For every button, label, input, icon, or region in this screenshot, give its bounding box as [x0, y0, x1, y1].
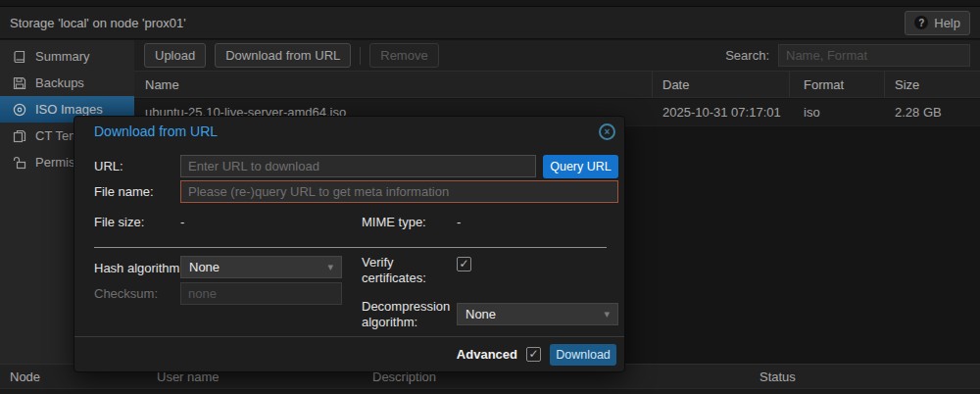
chevron-down-icon: ▾: [604, 308, 610, 320]
checksum-input[interactable]: [180, 282, 342, 305]
hash-algorithm-value: None: [189, 260, 220, 274]
dialog-footer: Advanced ✓ Download: [74, 336, 624, 371]
decompression-algorithm-value: None: [466, 307, 496, 321]
query-url-button[interactable]: Query URL: [543, 155, 618, 178]
hash-algorithm-select[interactable]: None ▾: [180, 256, 342, 278]
file-size-label: File size:: [94, 215, 144, 229]
hash-algorithm-label: Hash algorithm:: [94, 261, 183, 275]
proxmox-storage-window: Storage 'local' on node 'prox01' ? Help …: [0, 0, 980, 394]
advanced-checkbox[interactable]: ✓: [526, 347, 541, 362]
download-from-url-dialog: Download from URL × URL: Query URL File …: [74, 116, 625, 372]
file-name-label: File name:: [94, 184, 154, 199]
file-name-input[interactable]: [180, 180, 618, 203]
checksum-label: Checksum:: [94, 286, 158, 301]
close-icon[interactable]: ×: [599, 123, 615, 140]
mime-type-value: -: [457, 215, 461, 229]
download-button[interactable]: Download: [550, 344, 616, 366]
mime-type-label: MIME type:: [362, 215, 426, 229]
chevron-down-icon: ▾: [327, 261, 333, 273]
verify-certificates-label: Verify certificates:: [362, 255, 446, 286]
dialog-separator: [94, 247, 607, 248]
decompression-algorithm-label: Decompression algorithm:: [362, 299, 452, 330]
url-input[interactable]: [180, 155, 536, 177]
file-size-value: -: [180, 215, 184, 229]
decompression-algorithm-select[interactable]: None ▾: [457, 303, 618, 325]
verify-certificates-checkbox[interactable]: ✓: [457, 257, 471, 271]
url-label: URL:: [94, 159, 123, 173]
advanced-label: Advanced: [457, 347, 517, 362]
dialog-title: Download from URL: [94, 123, 218, 139]
